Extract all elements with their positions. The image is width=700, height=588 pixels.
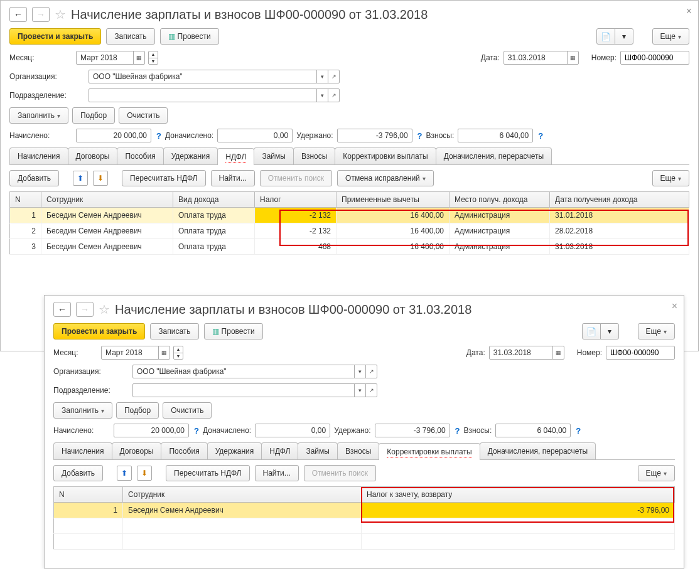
tab-7[interactable]: Корректировки выплаты — [379, 443, 480, 460]
tab-0[interactable]: Начисления — [53, 442, 112, 459]
close-icon[interactable]: × — [686, 6, 692, 17]
attach-dropdown[interactable]: ▾ — [615, 28, 633, 45]
tab-4[interactable]: НДФЛ — [217, 148, 254, 165]
calendar-icon[interactable]: ▦ — [552, 346, 564, 359]
help-icon[interactable]: ? — [417, 131, 423, 141]
forward-button[interactable]: → — [32, 7, 50, 22]
corrections-grid[interactable]: NСотрудникНалог к зачету, возврату 1Бесе… — [53, 486, 675, 550]
fill-button[interactable]: Заполнить — [9, 107, 68, 124]
chevron-down-icon[interactable]: ▾ — [316, 70, 328, 83]
help-icon[interactable]: ? — [455, 426, 460, 436]
col-header[interactable]: Вид дохода — [173, 192, 255, 208]
col-header[interactable]: Место получ. дохода — [450, 192, 550, 208]
date-input[interactable]: 31.03.2018 ▦ — [503, 51, 579, 65]
col-header[interactable]: Налог к зачету, возврату — [362, 487, 675, 503]
tab-8[interactable]: Доначисления, перерасчеты — [480, 442, 596, 459]
attach-button-group[interactable]: 📄 ▾ — [596, 28, 633, 45]
attach-icon[interactable]: 📄 — [582, 323, 601, 339]
back-button[interactable]: ← — [53, 302, 71, 317]
favorite-icon[interactable]: ☆ — [55, 7, 66, 22]
tab-2[interactable]: Пособия — [161, 442, 207, 459]
dept-select[interactable]: ▾ ↗ — [89, 88, 340, 102]
calendar-icon[interactable]: ▦ — [567, 51, 578, 64]
col-header[interactable]: Сотрудник — [41, 192, 173, 208]
find-button[interactable]: Найти... — [211, 170, 255, 186]
date-input[interactable]: 31.03.2018 ▦ — [489, 346, 564, 360]
help-icon[interactable]: ? — [194, 426, 199, 436]
col-header[interactable]: N — [54, 487, 123, 503]
help-icon[interactable]: ? — [156, 131, 161, 141]
find-button[interactable]: Найти... — [255, 465, 299, 481]
accrued-value[interactable]: 20 000,00 — [76, 129, 151, 142]
tab-4[interactable]: НДФЛ — [261, 442, 298, 459]
help-icon[interactable]: ? — [576, 426, 581, 436]
move-up-button[interactable]: ⬆ — [117, 466, 132, 481]
save-button[interactable]: Записать — [106, 28, 154, 45]
accrued-value[interactable]: 20 000,00 — [114, 424, 189, 437]
clear-button[interactable]: Очистить — [163, 402, 212, 419]
clear-button[interactable]: Очистить — [119, 107, 168, 124]
chevron-down-icon[interactable]: ▾ — [354, 384, 365, 397]
org-select[interactable]: ООО "Швейная фабрика" ▾ ↗ — [89, 70, 340, 83]
contrib-value[interactable]: 6 040,00 — [458, 129, 533, 142]
more-button[interactable]: Еще — [652, 28, 689, 45]
tab-0[interactable]: Начисления — [9, 147, 68, 164]
post-button[interactable]: ▥Провести — [160, 28, 219, 45]
attach-icon[interactable]: 📄 — [596, 28, 615, 45]
open-icon[interactable]: ↗ — [365, 384, 377, 397]
withheld-value[interactable]: -3 796,00 — [375, 424, 450, 437]
move-up-button[interactable]: ⬆ — [73, 171, 88, 186]
open-icon[interactable]: ↗ — [328, 70, 339, 83]
col-header[interactable]: Дата получения дохода — [550, 192, 689, 208]
open-icon[interactable]: ↗ — [328, 89, 339, 102]
tab-8[interactable]: Доначисления, перерасчеты — [436, 147, 552, 164]
tab-6[interactable]: Взносы — [293, 147, 335, 164]
tab-5[interactable]: Займы — [298, 442, 338, 459]
tab-1[interactable]: Договоры — [68, 147, 118, 164]
contrib-value[interactable]: 6 040,00 — [495, 424, 571, 437]
post-and-close-button[interactable]: Провести и закрыть — [53, 323, 145, 339]
tab-2[interactable]: Пособия — [117, 147, 163, 164]
post-and-close-button[interactable]: Провести и закрыть — [9, 28, 101, 45]
table-row[interactable]: 1Беседин Семен АндреевичОплата труда-2 1… — [10, 208, 689, 223]
attach-button-group[interactable]: 📄 ▾ — [582, 323, 619, 339]
table-row[interactable]: 2Беседин Семен АндреевичОплата труда-2 1… — [10, 223, 689, 239]
dept-select[interactable]: ▾ ↗ — [132, 383, 377, 397]
month-stepper[interactable]: ▲▼ — [148, 51, 158, 65]
back-button[interactable]: ← — [9, 7, 27, 22]
add-button[interactable]: Добавить — [53, 465, 103, 481]
calendar-icon[interactable]: ▦ — [158, 346, 170, 359]
tab-1[interactable]: Договоры — [112, 442, 162, 459]
tab-3[interactable]: Удержания — [207, 442, 262, 459]
grid-more-button[interactable]: Еще — [638, 465, 675, 481]
favorite-icon[interactable]: ☆ — [99, 302, 110, 317]
tab-6[interactable]: Взносы — [337, 442, 379, 459]
extra-value[interactable]: 0,00 — [217, 129, 293, 142]
grid-more-button[interactable]: Еще — [652, 170, 689, 186]
col-header[interactable]: Налог — [255, 192, 337, 208]
month-stepper[interactable]: ▲▼ — [173, 346, 183, 360]
number-field[interactable] — [620, 51, 689, 65]
select-button[interactable]: Подбор — [116, 402, 159, 419]
table-row[interactable]: 1Беседин Семен Андреевич-3 796,00 — [54, 503, 675, 518]
save-button[interactable]: Записать — [150, 323, 198, 339]
tab-3[interactable]: Удержания — [163, 147, 218, 164]
fill-button[interactable]: Заполнить — [53, 402, 112, 419]
chevron-down-icon[interactable]: ▾ — [316, 89, 328, 102]
calendar-icon[interactable]: ▦ — [133, 51, 144, 64]
chevron-down-icon[interactable]: ▾ — [354, 365, 365, 378]
attach-dropdown[interactable]: ▾ — [600, 323, 619, 339]
recalc-button[interactable]: Пересчитать НДФЛ — [122, 170, 205, 186]
post-button[interactable]: ▥Провести — [204, 323, 263, 339]
col-header[interactable]: Сотрудник — [123, 487, 362, 503]
cancel-corrections-button[interactable]: Отмена исправлений — [337, 170, 434, 186]
open-icon[interactable]: ↗ — [365, 365, 377, 378]
recalc-button[interactable]: Пересчитать НДФЛ — [166, 465, 249, 481]
move-down-button[interactable]: ⬇ — [93, 171, 108, 186]
forward-button[interactable]: → — [76, 302, 94, 317]
ndfl-grid[interactable]: NСотрудникВид доходаНалогПримененные выч… — [9, 191, 689, 255]
withheld-value[interactable]: -3 796,00 — [337, 129, 412, 142]
col-header[interactable]: N — [10, 192, 41, 208]
table-row[interactable]: 3Беседин Семен АндреевичОплата труда4681… — [10, 239, 689, 255]
close-icon[interactable]: × — [672, 301, 677, 312]
